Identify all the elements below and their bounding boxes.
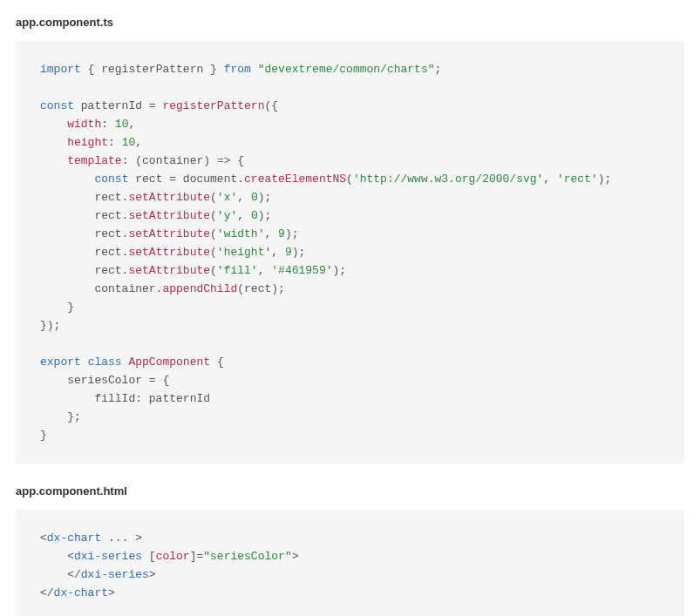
code-token: rect. xyxy=(40,209,128,222)
code-token: 10 xyxy=(122,136,136,149)
code-token: dx-chart xyxy=(54,586,108,599)
code-token: { xyxy=(230,154,244,167)
code-token: } xyxy=(40,301,74,314)
code-token: }; xyxy=(40,410,81,423)
code-token: 9 xyxy=(285,246,292,259)
code-token: ( xyxy=(210,264,217,277)
code-token: registerPattern xyxy=(162,99,264,112)
code-token: , xyxy=(264,227,278,240)
code-token: setAttribute xyxy=(128,227,210,240)
code-token: 'x' xyxy=(217,191,237,204)
code-token: 'height' xyxy=(217,246,271,259)
code-token: dxi-series xyxy=(74,550,142,563)
code-token: : ( xyxy=(122,154,142,167)
code-token: '#461959' xyxy=(271,264,332,277)
code-token: 'rect' xyxy=(557,173,598,186)
code-token: (rect); xyxy=(237,282,285,295)
code-token: "devextreme/common/charts" xyxy=(258,63,435,76)
code-token: 9 xyxy=(278,227,285,240)
code-token: dxi-series xyxy=(81,568,149,581)
code-token: 'y' xyxy=(217,209,237,222)
code-token: => xyxy=(217,154,231,167)
code-token: , xyxy=(237,209,251,222)
code-token: appendChild xyxy=(162,282,237,295)
code-token: ); xyxy=(333,264,347,277)
code-token: ... > xyxy=(101,531,142,545)
code-token: ); xyxy=(598,173,612,186)
code-token: container xyxy=(142,154,203,167)
code-token: const xyxy=(40,99,74,112)
code-token: ({ xyxy=(264,99,278,112)
code-token: }); xyxy=(40,319,60,332)
code-token: setAttribute xyxy=(128,191,210,204)
code-token: 0 xyxy=(251,209,258,222)
code-token: container. xyxy=(40,282,162,295)
code-token xyxy=(40,118,67,131)
code-token: { xyxy=(210,355,224,369)
code-token: dx-chart xyxy=(47,531,101,545)
code-token: patternId = xyxy=(74,99,162,112)
code-token: > xyxy=(108,586,115,599)
code-token xyxy=(40,173,94,186)
code-token: AppComponent xyxy=(128,355,210,369)
code-token: color xyxy=(156,550,190,563)
code-token: : xyxy=(108,136,122,149)
code-token: [ xyxy=(142,550,156,563)
code-token: 'http://www.w3.org/2000/svg' xyxy=(353,173,543,186)
code-token: height xyxy=(67,136,108,149)
code-token xyxy=(251,63,258,76)
code-token: rect. xyxy=(40,246,128,259)
code-token: rect. xyxy=(40,191,128,204)
code-token: 0 xyxy=(251,191,258,204)
code-token: fillId: patternId xyxy=(40,392,210,405)
code-token: ); xyxy=(292,246,306,259)
code-token: , xyxy=(258,264,272,277)
code-token: ( xyxy=(346,173,353,186)
code-token: ( xyxy=(210,246,217,259)
code-token: rect = document. xyxy=(128,173,244,186)
code-token: seriesColor = { xyxy=(40,374,169,387)
code-token: import xyxy=(40,63,81,76)
code-token: ); xyxy=(258,191,272,204)
code-token: setAttribute xyxy=(128,246,210,259)
code-token: export xyxy=(40,355,81,369)
code-token: , xyxy=(135,136,142,149)
code-token: > xyxy=(292,550,299,563)
code-token: template xyxy=(67,154,121,167)
file-title-2: app.component.html xyxy=(16,484,684,498)
code-token: ( xyxy=(210,227,217,240)
code-token: </ xyxy=(40,568,81,581)
code-token: rect. xyxy=(40,227,128,240)
code-token: rect. xyxy=(40,264,128,277)
code-token: ) xyxy=(203,154,217,167)
code-token: "seriesColor" xyxy=(203,550,291,563)
code-token: createElementNS xyxy=(244,173,346,186)
code-token: , xyxy=(128,118,135,131)
code-token: width xyxy=(67,118,101,131)
code-token: </ xyxy=(40,586,54,599)
code-token: , xyxy=(271,246,285,259)
code-token: ); xyxy=(258,209,272,222)
code-token: setAttribute xyxy=(128,264,210,277)
code-block-1: import { registerPattern } from "devextr… xyxy=(16,41,684,464)
code-token: { registerPattern } xyxy=(81,63,224,76)
code-token: ( xyxy=(210,191,217,204)
code-token: ; xyxy=(435,63,442,76)
code-token: ); xyxy=(285,227,299,240)
code-token: ]= xyxy=(190,550,204,563)
code-token: < xyxy=(40,550,74,563)
code-token: const xyxy=(94,173,128,186)
code-token: < xyxy=(40,531,47,545)
code-token: class xyxy=(88,355,122,369)
code-token: > xyxy=(149,568,156,581)
code-token xyxy=(40,154,67,167)
code-token: 'fill' xyxy=(217,264,258,277)
file-title-1: app.component.ts xyxy=(16,16,684,29)
code-token xyxy=(40,136,67,149)
code-token: setAttribute xyxy=(128,209,210,222)
code-token: , xyxy=(237,191,251,204)
code-token: ( xyxy=(210,209,217,222)
code-token: from xyxy=(224,63,251,76)
code-token xyxy=(81,355,88,369)
code-token: } xyxy=(40,429,47,442)
